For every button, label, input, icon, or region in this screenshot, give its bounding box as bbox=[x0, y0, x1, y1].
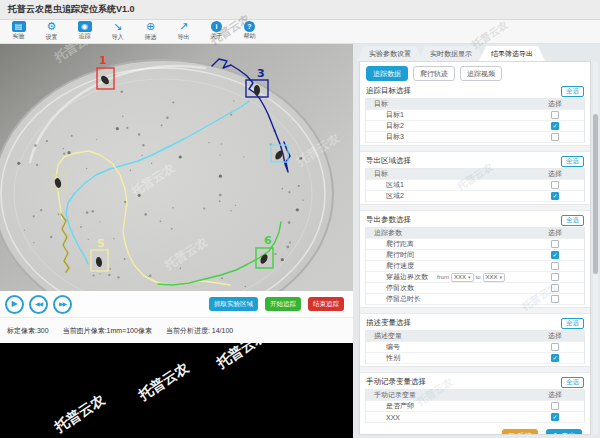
subtab-0[interactable]: 追踪数据 bbox=[366, 66, 408, 81]
row-label: 区域1 bbox=[366, 180, 526, 190]
table-header-row: 追踪参数选择 bbox=[366, 228, 584, 239]
checkbox[interactable] bbox=[551, 343, 559, 351]
checkbox[interactable] bbox=[551, 262, 559, 270]
row-label-text: 爬行时间 bbox=[386, 250, 414, 260]
import-icon: ↘ bbox=[113, 20, 122, 33]
boundary-range: fromXXX▾toXXX▾ bbox=[437, 273, 505, 282]
checkbox[interactable] bbox=[551, 181, 559, 189]
column-header-label: 描述变量 bbox=[366, 331, 526, 341]
checkbox[interactable] bbox=[551, 273, 559, 281]
row-label-text: 区域1 bbox=[386, 180, 404, 190]
row-check-cell bbox=[526, 262, 584, 270]
row-label: 性别 bbox=[366, 353, 526, 363]
range-from-select[interactable]: XXX▾ bbox=[451, 273, 474, 282]
play-button[interactable]: ▶ bbox=[5, 295, 24, 314]
experiment-icon: ▤ bbox=[12, 21, 26, 32]
row-label-text: 是否产卵 bbox=[386, 401, 414, 411]
table-header-row: 目标选择 bbox=[366, 99, 584, 110]
toolbar-export-button[interactable]: ↗导出 bbox=[167, 20, 200, 44]
select-all-button[interactable]: 全选 bbox=[561, 215, 584, 226]
row-label-text: 目标3 bbox=[386, 132, 404, 142]
preview-button[interactable]: ▤预览 bbox=[502, 429, 538, 435]
target-1-label: 1 bbox=[99, 54, 107, 67]
toolbar-settings-button[interactable]: ⚙设置 bbox=[35, 20, 68, 44]
checkbox[interactable]: ✓ bbox=[551, 192, 559, 200]
toolbar-help-button[interactable]: ?帮助 bbox=[233, 20, 266, 44]
range-to-select[interactable]: XXX▾ bbox=[483, 273, 506, 282]
playback-controls: ▶◀◀▶▶ 抓取实验区域开始追踪结束追踪 bbox=[0, 291, 353, 317]
panel-tab-2[interactable]: 结果筛选导出 bbox=[479, 46, 545, 61]
row-label-text: 目标2 bbox=[386, 121, 404, 131]
rewind-button[interactable]: ◀◀ bbox=[29, 295, 48, 314]
video-view[interactable]: 1356托普云农托普云农托普云农托普云农 bbox=[0, 44, 353, 291]
select-all-button[interactable]: 全选 bbox=[561, 86, 584, 97]
stop-tracking-button[interactable]: 结束追踪 bbox=[308, 297, 344, 311]
checkbox[interactable]: ✓ bbox=[551, 251, 559, 259]
column-header-check: 选择 bbox=[526, 169, 584, 179]
toolbar-about-button[interactable]: i关于 bbox=[200, 20, 233, 44]
export-button[interactable]: ↥导出 bbox=[546, 429, 582, 435]
row-label-text: 编号 bbox=[386, 342, 400, 352]
toolbar-filter-button[interactable]: ⊕筛选 bbox=[134, 20, 167, 44]
row-check-cell bbox=[526, 284, 584, 292]
checkbox[interactable] bbox=[551, 240, 559, 248]
watermark: 托普云农 bbox=[136, 359, 193, 405]
checkbox[interactable]: ✓ bbox=[551, 122, 559, 130]
column-header-label: 追踪参数 bbox=[366, 228, 526, 238]
chevron-down-icon: ▾ bbox=[468, 274, 471, 280]
subtab-2[interactable]: 追踪视频 bbox=[460, 66, 502, 81]
toolbar-experiment-label: 实验 bbox=[13, 32, 25, 41]
checkbox[interactable] bbox=[551, 133, 559, 141]
table-row: 编号 bbox=[366, 342, 584, 353]
section-3: 描述变量选择全选描述变量选择编号性别✓ bbox=[360, 316, 590, 364]
section-2-table: 追踪参数选择爬行距离爬行时间✓爬行速度穿越边界次数fromXXX▾toXXX▾停… bbox=[365, 227, 585, 305]
start-tracking-button[interactable]: 开始追踪 bbox=[265, 297, 301, 311]
toolbar-tracking-button[interactable]: ◉追踪 bbox=[68, 20, 101, 44]
checkbox[interactable] bbox=[551, 284, 559, 292]
section-title: 描述变量选择 bbox=[366, 318, 411, 328]
checkbox[interactable] bbox=[551, 295, 559, 303]
section-title: 导出区域选择 bbox=[366, 156, 411, 166]
section-1-table: 目标选择区域1区域2✓ bbox=[365, 168, 585, 202]
target-6-label: 6 bbox=[264, 234, 272, 247]
checkbox[interactable] bbox=[551, 402, 559, 410]
checkbox[interactable]: ✓ bbox=[551, 413, 559, 421]
section-0-table: 目标选择目标1目标2✓目标3 bbox=[365, 98, 585, 143]
table-row: 是否产卵 bbox=[366, 401, 584, 412]
select-all-button[interactable]: 全选 bbox=[561, 156, 584, 167]
select-all-button[interactable]: 全选 bbox=[561, 377, 584, 388]
toolbar-import-button[interactable]: ↘导入 bbox=[101, 20, 134, 44]
export-type-subtabs: 追踪数据爬行轨迹追踪视频 bbox=[360, 62, 590, 84]
range-to-value: XXX bbox=[486, 274, 498, 280]
export-icon: ↗ bbox=[179, 20, 188, 33]
scrollbar-thumb[interactable] bbox=[593, 114, 598, 274]
toolbar-tracking-label: 追踪 bbox=[79, 32, 91, 41]
table-row: 爬行距离 bbox=[366, 239, 584, 250]
subtab-1[interactable]: 爬行轨迹 bbox=[413, 66, 455, 81]
scrollbar-track[interactable] bbox=[593, 61, 598, 435]
export-icon: ↥ bbox=[553, 432, 559, 435]
compass-icon: ⊕ bbox=[146, 20, 155, 33]
select-all-button[interactable]: 全选 bbox=[561, 318, 584, 329]
watermark: 托普云农 bbox=[214, 343, 271, 373]
title-bar: 托普云农昆虫追踪定位系统V1.0 bbox=[0, 0, 600, 20]
checkbox[interactable]: ✓ bbox=[551, 354, 559, 362]
checkbox[interactable] bbox=[551, 111, 559, 119]
panel-footer: ▤预览↥导出 bbox=[360, 423, 590, 435]
row-label: 目标1 bbox=[366, 110, 526, 120]
toolbar-experiment-button[interactable]: ▤实验 bbox=[2, 20, 35, 44]
rewind-icon: ◀◀ bbox=[35, 301, 42, 307]
panel-tab-1[interactable]: 实时数据显示 bbox=[418, 46, 484, 61]
row-label: 区域2 bbox=[366, 191, 526, 201]
table-row: 穿越边界次数fromXXX▾toXXX▾ bbox=[366, 272, 584, 283]
status-bar: 标定像素:300当前图片像素:1mm=100像素当前分析进度: 14/100 bbox=[0, 317, 353, 343]
column-header-check: 选择 bbox=[526, 99, 584, 109]
panel-tab-0[interactable]: 实验参数设置 bbox=[357, 46, 423, 61]
table-row: XXX✓ bbox=[366, 412, 584, 423]
row-label: 停留次数 bbox=[366, 283, 526, 293]
capture-region-button[interactable]: 抓取实验区域 bbox=[209, 297, 258, 311]
table-row: 停留次数 bbox=[366, 283, 584, 294]
row-check-cell bbox=[526, 295, 584, 303]
forward-button[interactable]: ▶▶ bbox=[53, 295, 72, 314]
row-label: 爬行距离 bbox=[366, 239, 526, 249]
